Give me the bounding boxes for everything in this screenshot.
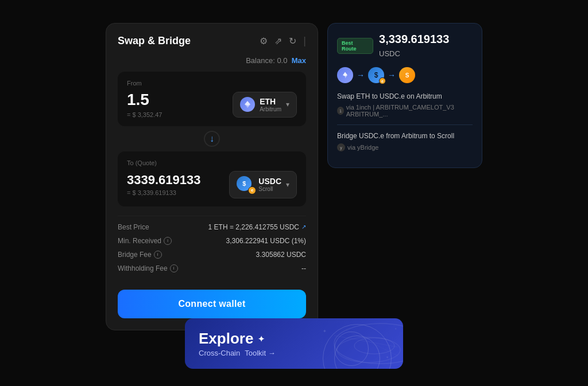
route-amount: 3,339.619133 USDC [379,33,473,59]
from-amount-col: 1.5 = $ 3,352.47 [127,91,233,118]
route-arrow-2-icon: → [388,71,396,80]
balance-max-btn[interactable]: Max [292,56,306,65]
route-icons-row: → $ e → S [337,67,473,83]
route-step-1-title: Swap ETH to USDC.e on Arbitrum [337,92,473,100]
min-received-label: Min. Received i [118,237,172,245]
withholding-fee-value: -- [301,264,306,272]
to-token-chain: Scroll [258,186,281,192]
to-label: To (Quote) [127,159,297,166]
swap-arrow-container: ↓ [118,128,306,149]
route-step-2-title: Bridge USDC.e from Arbitrum to Scroll [337,132,473,140]
route-step-1-via: 1 via 1inch | ARBITRUM_CAMELOT_V3 ARBITR… [337,104,473,118]
usdc-icon-wrapper: $ e [237,176,254,193]
best-price-row: Best Price 1 ETH = 2,226.412755 USDC ↗ [118,223,306,231]
via-1inch-icon: 1 [337,107,344,115]
min-received-info-icon[interactable]: i [164,237,172,245]
from-token-selector[interactable]: ETH Arbitrum ▾ [233,92,297,118]
withholding-fee-label: Withholding Fee i [118,264,178,272]
swap-title: Swap & Bridge [118,35,191,47]
bridge-fee-info-icon[interactable]: i [154,251,162,259]
route-eth-icon [337,67,353,83]
explore-title: Explore ✦ [199,330,389,348]
explore-star-icon: ✦ [258,334,265,344]
info-section: Best Price 1 ETH = 2,226.412755 USDC ↗ M… [118,216,306,272]
share-icon[interactable]: ⇗ [274,36,282,46]
route-step-2: Bridge USDC.e from Arbitrum to Scroll y … [337,132,473,151]
header-divider: | [303,35,306,47]
from-token-text: ETH Arbitrum [260,97,281,112]
from-token-chain: Arbitrum [260,106,281,112]
from-token-name: ETH [260,97,281,106]
withholding-fee-row: Withholding Fee i -- [118,264,306,272]
from-chevron-icon: ▾ [286,100,289,108]
min-received-value: 3,306.222941 USDC (1%) [226,237,306,245]
connect-wallet-button[interactable]: Connect wallet [118,290,306,318]
to-token-selector[interactable]: $ e USDC Scroll ▾ [229,171,297,198]
route-step-1: Swap ETH to USDC.e on Arbitrum 1 via 1in… [337,92,473,118]
refresh-icon[interactable]: ↻ [289,36,296,46]
route-card: Best Route 3,339.619133 USDC → $ e [327,23,482,168]
route-currency: USDC [379,49,400,58]
from-token-row: 1.5 = $ 3,352.47 ETH [127,91,297,118]
route-divider [337,124,473,125]
from-usd: = $ 3,352.47 [127,111,233,118]
to-chevron-icon: ▾ [286,181,289,189]
route-step-2-via: y via yBridge [337,143,473,151]
balance-label: Balance: [246,56,275,65]
svg-text:✦: ✦ [394,327,397,330]
bridge-fee-label: Bridge Fee i [118,251,162,259]
to-section: To (Quote) 3339.619133 = $ 3,339.619133 … [118,151,306,206]
to-token-name: USDC [258,177,281,186]
to-amount: 3339.619133 [127,173,229,187]
route-usdc-sub-icon: e [379,77,386,84]
from-section: From 1.5 = $ 3,352.47 [118,72,306,126]
to-token-text: USDC Scroll [258,177,281,192]
bridge-fee-value: 3.305862 USDC [256,251,306,259]
bridge-fee-row: Bridge Fee i 3.305862 USDC [118,251,306,259]
via-ybridge-icon: y [337,143,345,151]
route-arrow-1-icon: → [357,71,365,80]
swap-header: Swap & Bridge ⚙ ⇗ ↻ | [118,35,306,47]
min-received-row: Min. Received i 3,306.222941 USDC (1%) [118,237,306,245]
best-price-link-icon[interactable]: ↗ [301,224,306,230]
eth-icon [240,97,255,112]
route-scroll-icon: S [399,67,415,83]
best-route-badge: Best Route [337,38,373,54]
explore-text: Explore ✦ Cross-Chain Toolkit → [199,330,389,357]
from-label: From [127,80,297,87]
swap-direction-icon[interactable]: ↓ [204,131,220,147]
balance-value: 0.0 [277,56,287,65]
explore-banner[interactable]: Explore ✦ Cross-Chain Toolkit → [185,318,403,369]
swap-bridge-card: Swap & Bridge ⚙ ⇗ ↻ | Balance: 0.0 Max F… [106,23,318,330]
header-icons: ⚙ ⇗ ↻ | [260,35,306,47]
explore-subtitle: Cross-Chain Toolkit → [199,349,389,357]
route-usdc-wrapper: $ e [368,67,384,83]
route-header: Best Route 3,339.619133 USDC [337,33,473,59]
to-usd: = $ 3,339.619133 [127,189,229,196]
withholding-fee-info-icon[interactable]: i [170,264,178,272]
usdc-sub-icon: e [248,186,256,194]
best-price-label: Best Price [118,223,149,231]
from-amount: 1.5 [127,91,233,109]
balance-row: Balance: 0.0 Max [118,56,306,65]
explore-line2: Toolkit → [245,349,275,357]
settings-icon[interactable]: ⚙ [260,36,268,46]
to-amount-col: 3339.619133 = $ 3,339.619133 [127,173,229,196]
to-token-row: 3339.619133 = $ 3,339.619133 $ e USDC Sc… [127,171,297,198]
best-price-value: 1 ETH = 2,226.412755 USDC ↗ [208,223,306,231]
explore-line1: Cross-Chain [199,349,240,357]
